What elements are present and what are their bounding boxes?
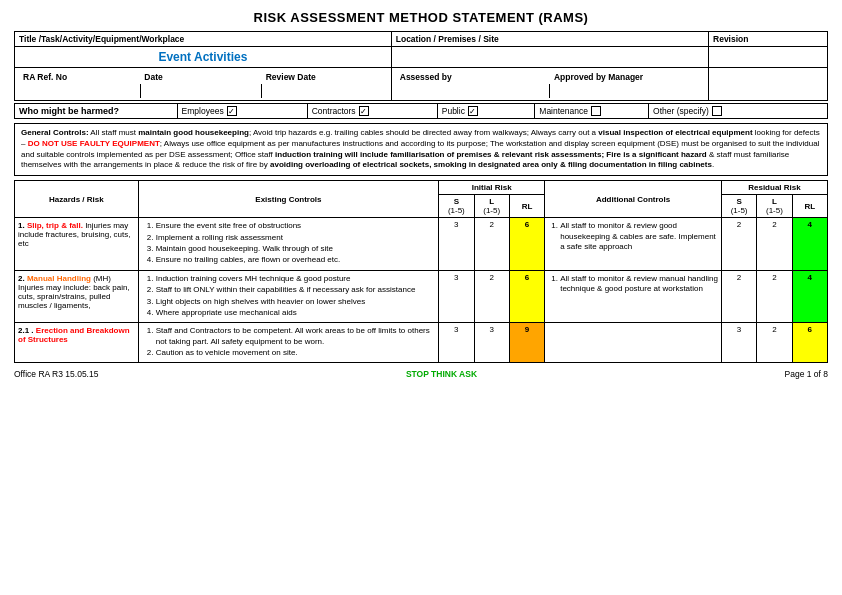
row2-rrl: 4 xyxy=(792,270,827,323)
s-header: S(1-5) xyxy=(439,195,474,218)
location-label: Location / Premises / Site xyxy=(391,32,708,47)
public-checkbox[interactable] xyxy=(468,106,478,116)
maintenance-checkbox[interactable] xyxy=(591,106,601,116)
residual-risk-header: Residual Risk xyxy=(721,181,827,195)
row1-l: 2 xyxy=(474,218,509,271)
general-controls-text: General Controls: All staff must maintai… xyxy=(14,123,828,176)
assessed-by-label: Assessed by Approved by Manager xyxy=(391,68,708,101)
row1-rrl: 4 xyxy=(792,218,827,271)
row2-s: 3 xyxy=(439,270,474,323)
controls-21-list: Staff and Contractors to be competent. A… xyxy=(142,326,435,358)
row1-rs: 2 xyxy=(721,218,756,271)
revision-field xyxy=(709,68,828,101)
other-cell: Other (specify) xyxy=(649,104,828,119)
who-harmed-label: Who might be harmed? xyxy=(15,104,178,119)
footer-right: Page 1 of 8 xyxy=(785,369,828,379)
col-additional-header: Additional Controls xyxy=(545,181,722,218)
contractors-checkbox[interactable] xyxy=(359,106,369,116)
l-header: L(1-5) xyxy=(474,195,509,218)
contractors-cell: Contractors xyxy=(307,104,437,119)
row21-l: 3 xyxy=(474,323,509,363)
maintenance-label: Maintenance xyxy=(539,106,588,116)
hazard-2-label: Manual Handling xyxy=(27,274,91,283)
controls-2-list: Induction training covers MH technique &… xyxy=(142,274,435,319)
rl-header: RL xyxy=(509,195,544,218)
row21-rl: 9 xyxy=(509,323,544,363)
col-controls-header: Existing Controls xyxy=(138,181,438,218)
public-label: Public xyxy=(442,106,465,116)
row1-rl2: 2 xyxy=(757,218,792,271)
footer-center: STOP THINK ASK xyxy=(406,369,477,379)
public-cell: Public xyxy=(437,104,535,119)
row21-rs: 3 xyxy=(721,323,756,363)
row2-rl: 6 xyxy=(509,270,544,323)
initial-risk-header: Initial Risk xyxy=(439,181,545,195)
additional-2-list: All staff to monitor & review manual han… xyxy=(548,274,718,295)
col-hazards-header: Hazards / Risk xyxy=(15,181,139,218)
location-value xyxy=(391,47,708,68)
other-checkbox[interactable] xyxy=(712,106,722,116)
row2-rs: 2 xyxy=(721,270,756,323)
page-footer: Office RA R3 15.05.15 STOP THINK ASK Pag… xyxy=(14,369,828,379)
row1-rl: 6 xyxy=(509,218,544,271)
row2-l: 2 xyxy=(474,270,509,323)
employees-checkbox[interactable] xyxy=(227,106,237,116)
contractors-label: Contractors xyxy=(312,106,356,116)
controls-1-list: Ensure the event site free of obstructio… xyxy=(142,221,435,266)
footer-left: Office RA R3 15.05.15 xyxy=(14,369,98,379)
title-label: Title /Task/Activity/Equipment/Workplace xyxy=(15,32,392,47)
table-row: 2. Manual Handling (MH) Injuries may inc… xyxy=(15,270,828,323)
employees-label: Employees xyxy=(182,106,224,116)
row1-s: 3 xyxy=(439,218,474,271)
employees-cell: Employees xyxy=(177,104,307,119)
additional-1-list: All staff to monitor & review good house… xyxy=(548,221,718,252)
rrl-header: RL xyxy=(792,195,827,218)
event-title: Event Activities xyxy=(15,47,392,68)
row2-rl2: 2 xyxy=(757,270,792,323)
revision-label: Revision xyxy=(709,32,828,47)
page-title: RISK ASSESSMENT METHOD STATEMENT (RAMS) xyxy=(14,10,828,25)
ra-ref-label: RA Ref. No Date Review Date xyxy=(15,68,392,101)
other-label: Other (specify) xyxy=(653,106,709,116)
hazard-1-label: Slip, trip & fall. xyxy=(27,221,83,230)
table-row: 1. Slip, trip & fall. Injuries may inclu… xyxy=(15,218,828,271)
row21-rrl: 6 xyxy=(792,323,827,363)
row21-s: 3 xyxy=(439,323,474,363)
rs-header: S(1-5) xyxy=(721,195,756,218)
revision-value xyxy=(709,47,828,68)
maintenance-cell: Maintenance xyxy=(535,104,649,119)
row21-rl2: 2 xyxy=(757,323,792,363)
rl2-header: L(1-5) xyxy=(757,195,792,218)
table-row: 2.1 . Erection and Breakdown of Structur… xyxy=(15,323,828,363)
additional-21 xyxy=(545,323,722,363)
